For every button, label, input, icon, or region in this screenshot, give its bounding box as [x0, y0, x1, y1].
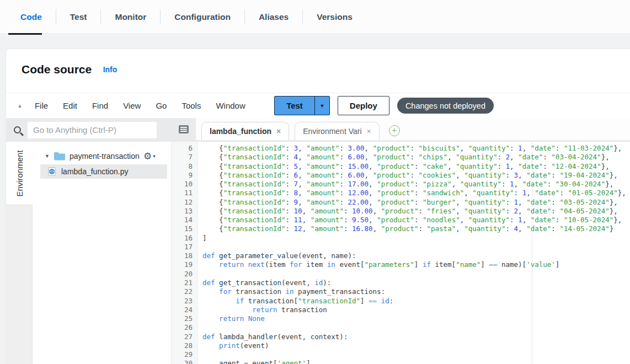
line-number: 29 — [172, 350, 198, 359]
menu-tools[interactable]: Tools — [181, 101, 201, 110]
editor-tabstrip: lambda_function×Environment Vari× + — [172, 118, 630, 142]
test-button[interactable]: Test — [275, 97, 314, 115]
line-content: if transaction["transactionId"] == id: — [198, 297, 393, 306]
code-line: 14 {"transactionId": 11, "amount": 9.50,… — [172, 216, 630, 224]
document-list-icon — [179, 125, 189, 133]
file-name: lambda_function.py — [61, 167, 128, 176]
nav-tab-monitor[interactable]: Monitor — [101, 0, 160, 34]
nav-tab-configuration[interactable]: Configuration — [161, 0, 244, 34]
line-number: 12 — [172, 198, 198, 207]
panel-header: Code source Info — [6, 49, 630, 93]
gear-caret-icon: ▾ — [153, 153, 156, 159]
menu-edit[interactable]: Edit — [63, 101, 77, 110]
editor-tab-lambda_function[interactable]: lambda_function× — [201, 122, 289, 140]
line-content — [198, 243, 202, 251]
close-tab-icon[interactable]: × — [367, 127, 371, 136]
environment-tab-label: Environment — [15, 150, 24, 196]
code-line: 28 print(event) — [172, 341, 630, 350]
tree-settings-button[interactable]: ⚙ ▾ — [143, 152, 156, 161]
file-tree: ▼ payment-transaction ⚙ ▾ <> lambda_func… — [33, 142, 172, 364]
line-number: 11 — [172, 189, 198, 197]
code-line: 21def get_transaction(event, id): — [172, 279, 630, 287]
collapse-toolbar-icon[interactable]: ▲ — [17, 103, 23, 109]
menu-go[interactable]: Go — [156, 101, 167, 110]
function-nav-tabs: CodeTestMonitorConfigurationAliasesVersi… — [0, 0, 630, 34]
editor-tab-environment-vari[interactable]: Environment Vari× — [295, 122, 380, 140]
line-content: {"transactionId": 5, "amount": 15.00, "p… — [198, 162, 610, 171]
nav-tab-code[interactable]: Code — [7, 0, 56, 34]
line-number: 24 — [172, 306, 198, 314]
line-content: {"transactionId": 10, "amount": 10.00, "… — [198, 207, 618, 216]
folder-icon — [54, 152, 65, 160]
code-line: 16] — [172, 234, 630, 243]
python-file-icon: <> — [48, 167, 56, 176]
test-split-button[interactable]: Test ▼ — [274, 96, 330, 115]
code-source-panel: Code source Info ▲ FileEditFindViewGoToo… — [6, 49, 630, 364]
editor-toolbar: ▲ FileEditFindViewGoToolsWindow Test ▼ D… — [6, 93, 630, 118]
toolbar-actions: Test ▼ Deploy Changes not deployed — [274, 96, 494, 115]
page-title: Code source — [22, 63, 92, 76]
nav-tab-aliases[interactable]: Aliases — [245, 0, 302, 34]
line-content: for transaction in payment_transactions: — [198, 287, 385, 296]
environment-tab[interactable]: Environment — [6, 142, 33, 205]
nav-tab-versions[interactable]: Versions — [303, 0, 366, 34]
go-to-anything-bar — [6, 118, 172, 142]
new-tab-button[interactable]: + — [389, 125, 400, 136]
code-line: 17 — [172, 243, 630, 251]
menu-bar: FileEditFindViewGoToolsWindow — [35, 101, 245, 110]
menu-view[interactable]: View — [123, 101, 141, 110]
line-content: {"transactionId": 4, "amount": 6.00, "pr… — [198, 153, 610, 162]
folder-row[interactable]: ▼ payment-transaction ⚙ ▾ — [45, 149, 167, 163]
nav-tab-test[interactable]: Test — [56, 0, 101, 34]
tab-list-button[interactable] — [172, 118, 196, 140]
code-line: 7 {"transactionId": 4, "amount": 6.00, "… — [172, 153, 630, 162]
code-line: 11 {"transactionId": 8, "amount": 12.00,… — [172, 189, 630, 197]
folder-name: payment-transaction — [70, 152, 142, 160]
line-content: def get_transaction(event, id): — [198, 279, 331, 287]
line-number: 27 — [172, 333, 198, 341]
line-number: 13 — [172, 207, 198, 216]
close-tab-icon[interactable]: × — [276, 127, 281, 136]
menu-file[interactable]: File — [35, 101, 48, 110]
line-number: 23 — [172, 297, 198, 306]
menu-window[interactable]: Window — [216, 101, 245, 110]
line-content: return None — [198, 314, 265, 323]
code-line: 24 return transaction — [172, 306, 630, 314]
line-number: 22 — [172, 287, 198, 296]
line-number: 30 — [172, 359, 198, 364]
left-rail-background — [6, 205, 33, 364]
line-content: print(event) — [198, 341, 269, 350]
line-content: agent = event['agent'] — [198, 359, 311, 364]
code-line: 20 — [172, 270, 630, 279]
test-dropdown-caret-icon[interactable]: ▼ — [314, 97, 329, 115]
line-content: def lambda_handler(event, context): — [198, 333, 348, 341]
line-number: 28 — [172, 341, 198, 350]
code-line: 26 — [172, 323, 630, 332]
line-number: 19 — [172, 260, 198, 269]
deploy-button[interactable]: Deploy — [338, 96, 389, 115]
line-number: 9 — [172, 171, 198, 180]
line-number: 18 — [172, 251, 198, 260]
search-icon — [14, 126, 21, 133]
line-content: {"transactionId": 11, "amount": 9.50, "p… — [198, 216, 622, 224]
line-number: 6 — [172, 144, 198, 153]
search-and-tabs-row: lambda_function×Environment Vari× + — [6, 118, 630, 142]
line-number: 8 — [172, 162, 198, 171]
editor-tab-label: lambda_function — [210, 127, 271, 136]
menu-find[interactable]: Find — [92, 101, 108, 110]
code-line: 8 {"transactionId": 5, "amount": 15.00, … — [172, 162, 630, 171]
file-row-selected[interactable]: <> lambda_function.py — [40, 164, 167, 179]
code-line: 9 {"transactionId": 6, "amount": 6.00, "… — [172, 171, 630, 180]
workspace: Environment ▼ payment-transaction ⚙ ▾ — [6, 142, 630, 364]
folder-disclosure-icon[interactable]: ▼ — [45, 153, 50, 159]
info-link[interactable]: Info — [103, 65, 118, 74]
code-line: 25 return None — [172, 314, 630, 323]
line-number: 15 — [172, 224, 198, 233]
editor-tabs: lambda_function×Environment Vari× — [196, 122, 380, 140]
svg-text:<>: <> — [50, 169, 54, 174]
search-input[interactable] — [28, 122, 157, 138]
code-editor[interactable]: 6 {"transactionId": 3, "amount": 3.00, "… — [172, 142, 630, 364]
line-content: {"transactionId": 8, "amount": 12.00, "p… — [198, 189, 626, 197]
line-number: 10 — [172, 180, 198, 189]
line-content: return next(item for item in event["para… — [198, 260, 559, 269]
